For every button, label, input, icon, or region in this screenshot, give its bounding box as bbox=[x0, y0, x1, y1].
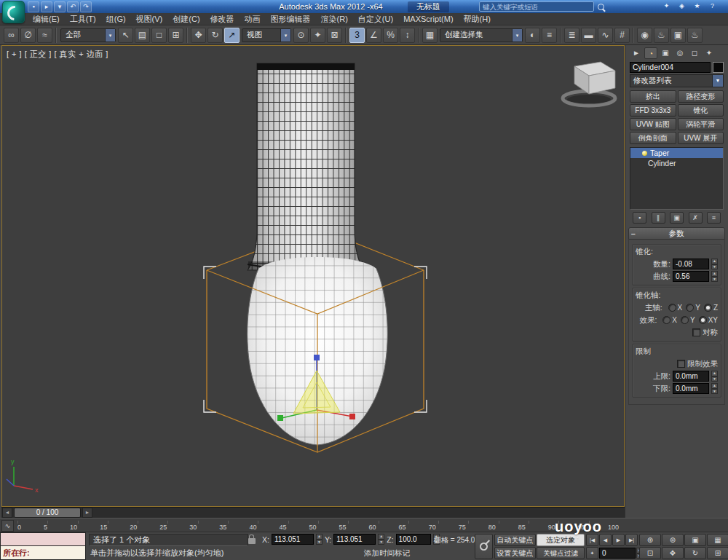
modifier-preset-button[interactable]: UVW 贴图 bbox=[630, 118, 676, 130]
select-and-scale-icon[interactable]: ↗ bbox=[224, 28, 240, 43]
collapse-icon[interactable]: − bbox=[629, 229, 637, 238]
menu-item[interactable]: 视图(V) bbox=[131, 14, 168, 25]
radio-option-x[interactable]: X bbox=[668, 304, 683, 312]
help-icon[interactable]: ? bbox=[707, 1, 718, 11]
tab-create[interactable]: ► bbox=[630, 47, 643, 59]
menu-item[interactable]: 编辑(E) bbox=[28, 14, 65, 25]
zoom-region-icon[interactable]: ⊡ bbox=[639, 547, 661, 559]
macro-recorder-field[interactable] bbox=[0, 532, 86, 546]
modifier-preset-button[interactable]: FFD 3x3x3 bbox=[630, 104, 676, 117]
chevron-down-icon[interactable]: ▾ bbox=[512, 29, 522, 42]
menu-item[interactable]: 动画 bbox=[240, 14, 266, 25]
reference-coordinate-dropdown[interactable]: 视图▾ bbox=[242, 28, 291, 42]
menu-item[interactable]: 组(G) bbox=[101, 14, 131, 25]
remove-modifier-icon[interactable]: ✗ bbox=[689, 212, 703, 224]
menu-item[interactable]: 渲染(R) bbox=[316, 14, 353, 25]
add-time-tag[interactable]: 添加时间标记 bbox=[364, 548, 410, 559]
snap-toggle-3d-icon[interactable]: 3 bbox=[349, 28, 365, 43]
zoom-icon[interactable]: ⊕ bbox=[639, 534, 661, 546]
tab-hierarchy[interactable]: ▣ bbox=[659, 47, 672, 59]
rectangular-selection-icon[interactable]: □ bbox=[151, 28, 167, 43]
window-crossing-icon[interactable]: ⊞ bbox=[168, 28, 183, 43]
keyboard-override-icon[interactable]: ⊠ bbox=[327, 28, 342, 43]
key-mode-toggle-button[interactable]: ✦ bbox=[586, 547, 598, 559]
render-setup-icon[interactable]: ♨ bbox=[654, 28, 669, 43]
time-prev-button[interactable]: ◄ bbox=[2, 508, 12, 518]
select-by-name-icon[interactable]: ▤ bbox=[135, 28, 150, 43]
cylinder-mesh[interactable] bbox=[248, 63, 364, 271]
modifier-list-dropdown[interactable]: 修改器列表 ▼ bbox=[630, 74, 724, 87]
modifier-preset-button[interactable]: 倒角剖面 bbox=[630, 132, 676, 144]
time-slider-handle[interactable]: 0 / 100 bbox=[14, 508, 81, 518]
open-file-icon[interactable]: ▸ bbox=[41, 1, 52, 12]
play-button[interactable]: ▶ bbox=[612, 534, 625, 546]
gizmo-z-handle[interactable] bbox=[314, 355, 320, 360]
modifier-preset-button[interactable]: 路径变形 bbox=[678, 90, 724, 103]
bind-to-space-warp-icon[interactable]: ≈ bbox=[37, 28, 52, 43]
modifier-preset-button[interactable]: 锥化 bbox=[678, 104, 724, 117]
object-name-field[interactable]: Cylinder004 bbox=[630, 62, 711, 73]
upper-limit-field[interactable]: 0.0mm bbox=[673, 371, 709, 382]
curve-editor-icon[interactable]: ∿ bbox=[598, 28, 613, 43]
redo-icon[interactable]: ↷ bbox=[80, 1, 92, 12]
show-end-result-icon[interactable]: ∥ bbox=[652, 212, 665, 224]
coord-y-spinner[interactable] bbox=[378, 534, 384, 545]
radio-option-z[interactable]: Z bbox=[704, 304, 718, 312]
search-input[interactable] bbox=[479, 1, 594, 12]
render-production-icon[interactable]: ♨ bbox=[687, 28, 703, 43]
radio-option-x[interactable]: X bbox=[662, 316, 677, 324]
gizmo-x-handle[interactable] bbox=[349, 414, 355, 419]
viewcube[interactable] bbox=[563, 62, 615, 106]
rollout-header[interactable]: − 参数 bbox=[628, 227, 725, 240]
coord-x-spinner[interactable] bbox=[316, 534, 323, 545]
tab-modify[interactable]: ◔ bbox=[644, 47, 657, 59]
favorites-icon[interactable]: ★ bbox=[692, 1, 703, 11]
save-file-icon[interactable]: ▾ bbox=[54, 1, 66, 12]
percent-snap-icon[interactable]: % bbox=[383, 28, 398, 43]
object-color-swatch[interactable] bbox=[713, 62, 724, 73]
ribbon-toggle-icon[interactable]: ▬ bbox=[581, 28, 596, 43]
select-and-manipulate-icon[interactable]: ✦ bbox=[310, 28, 325, 43]
stack-item-taper[interactable]: Taper bbox=[630, 148, 723, 158]
select-and-link-icon[interactable]: ∞ bbox=[4, 28, 19, 43]
orbit-icon[interactable]: ↻ bbox=[684, 547, 706, 559]
subscription-icon[interactable]: ✦ bbox=[661, 1, 672, 11]
symmetry-checkbox[interactable] bbox=[692, 328, 700, 336]
selection-filter-dropdown[interactable]: 全部▾ bbox=[60, 28, 116, 42]
viewport[interactable]: y x [ + ] [ 正交 ] [ 真实 + 边面 ] bbox=[1, 45, 625, 507]
menu-item[interactable]: 工具(T) bbox=[65, 14, 101, 25]
viewport-label[interactable]: [ + ] [ 正交 ] [ 真实 + 边面 ] bbox=[7, 49, 108, 60]
chevron-down-icon[interactable]: ▼ bbox=[712, 75, 723, 87]
curve-spinner[interactable] bbox=[711, 271, 718, 282]
edit-named-selections-icon[interactable]: ▦ bbox=[422, 28, 438, 43]
select-and-rotate-icon[interactable]: ↻ bbox=[207, 28, 223, 43]
radio-option-xy[interactable]: XY bbox=[699, 316, 718, 324]
make-unique-icon[interactable]: ▣ bbox=[670, 212, 684, 224]
menu-item[interactable]: 修改器 bbox=[205, 14, 240, 25]
key-filters-button[interactable]: 关键点过滤器... bbox=[537, 547, 585, 559]
radio-option-y[interactable]: Y bbox=[686, 304, 700, 312]
tab-motion[interactable]: ◎ bbox=[673, 47, 687, 59]
set-key-mode-button[interactable]: 设置关键点 bbox=[494, 547, 536, 559]
lower-limit-field[interactable]: 0.0mm bbox=[673, 383, 709, 394]
time-next-button[interactable]: ► bbox=[82, 508, 92, 518]
current-frame-field[interactable]: 0 bbox=[599, 548, 636, 559]
communication-center-icon[interactable]: ◈ bbox=[676, 1, 687, 11]
use-pivot-center-icon[interactable]: ⊙ bbox=[293, 28, 309, 43]
stack-item-cylinder[interactable]: Cylinder bbox=[630, 158, 723, 168]
amount-spinner[interactable] bbox=[711, 259, 718, 269]
amount-field[interactable]: -0.08 bbox=[673, 259, 709, 269]
chevron-down-icon[interactable]: ▾ bbox=[280, 29, 290, 42]
modifier-preset-button[interactable]: 涡轮平滑 bbox=[678, 118, 724, 130]
zoom-extents-icon[interactable]: ▣ bbox=[684, 534, 706, 546]
menu-item[interactable]: 创建(C) bbox=[167, 14, 205, 25]
modifier-preset-button[interactable]: 挤出 bbox=[630, 90, 676, 103]
material-editor-icon[interactable]: ◉ bbox=[637, 28, 652, 43]
modifier-preset-button[interactable]: UVW 展开 bbox=[678, 132, 724, 144]
tab-display[interactable]: ◻ bbox=[688, 47, 701, 59]
named-selection-dropdown[interactable]: 创建选择集▾ bbox=[440, 28, 523, 42]
coord-z-field[interactable]: 100.0 bbox=[396, 534, 431, 545]
viewport-canvas[interactable]: y x bbox=[2, 46, 624, 506]
track-bar[interactable]: ∿ 05101520253035404550556065707580859095… bbox=[0, 518, 728, 532]
angle-snap-icon[interactable]: ∠ bbox=[366, 28, 381, 43]
